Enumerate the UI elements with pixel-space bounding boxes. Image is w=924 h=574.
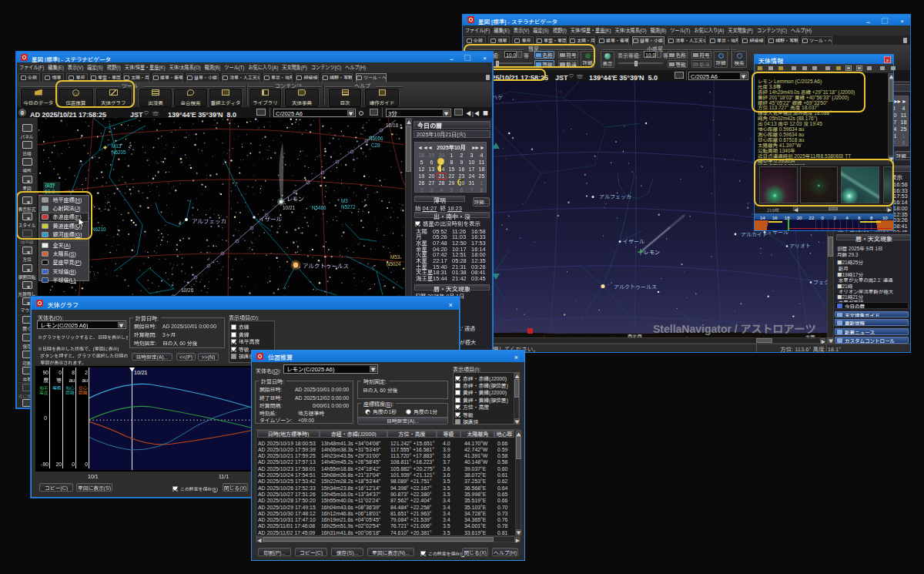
svg-text:N6205: N6205 <box>112 149 126 156</box>
svg-text:イザール: イザール <box>259 214 282 223</box>
svg-text:フェクダ: フェクダ <box>813 278 827 286</box>
svg-text:10/16: 10/16 <box>386 121 399 129</box>
svg-text:N5024: N5024 <box>387 260 401 267</box>
svg-text:M53: M53 <box>390 253 400 260</box>
svg-text:アルクトゥールス: アルクトゥールス <box>614 283 657 290</box>
svg-text:C28: C28 <box>371 142 380 149</box>
svg-text:N6006: N6006 <box>369 135 383 142</box>
svg-text:N5272: N5272 <box>341 203 356 210</box>
svg-text:StellaNavigator / アストロアーツ: StellaNavigator / アストロアーツ <box>653 321 816 336</box>
svg-text:アルフェッカ: アルフェッカ <box>599 193 631 200</box>
svg-text:レモン: レモン <box>644 248 660 256</box>
svg-text:N5466: N5466 <box>312 204 326 211</box>
svg-text:レモン: レモン <box>286 194 304 203</box>
svg-text:イザール: イザール <box>623 237 644 245</box>
svg-text:アリオト: アリオト <box>789 242 811 250</box>
svg-text:10/21: 10/21 <box>283 203 296 211</box>
svg-text:N6210: N6210 <box>92 226 106 233</box>
svg-text:アルフェッカ: アルフェッカ <box>192 217 226 225</box>
svg-text:10/26: 10/26 <box>181 286 194 294</box>
svg-text:アルクトゥールス: アルクトゥールス <box>303 261 349 270</box>
svg-text:10/21: 10/21 <box>134 370 148 375</box>
